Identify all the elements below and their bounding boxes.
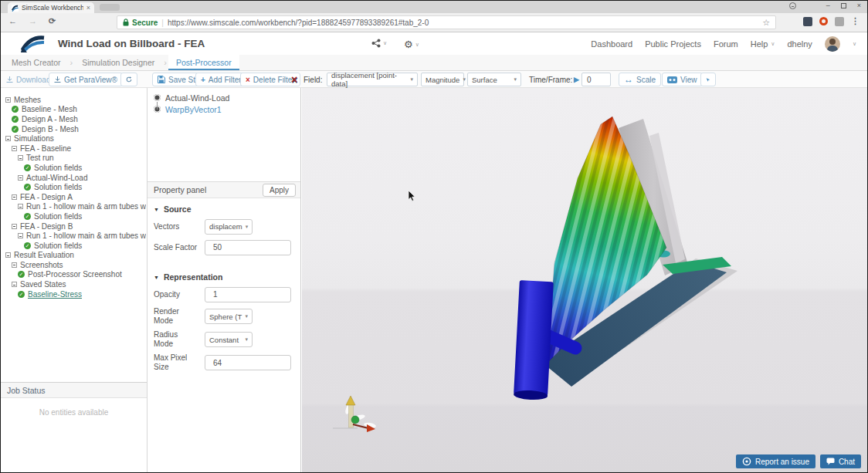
- pipeline-item-label[interactable]: WarpByVector1: [165, 105, 222, 114]
- forward-icon[interactable]: →: [29, 16, 37, 25]
- browser-menu-icon[interactable]: ⋮: [851, 16, 860, 26]
- new-tab-button[interactable]: [100, 4, 120, 11]
- tree-item-label[interactable]: Design B - Mesh: [22, 125, 79, 133]
- extension-icon-3[interactable]: [835, 17, 844, 26]
- tree-item[interactable]: Screenshots: [1, 260, 146, 270]
- tree-item-label[interactable]: Design A - Mesh: [22, 115, 78, 123]
- tab-simulation-designer[interactable]: Simulation Designer: [74, 55, 162, 70]
- delete-all-filters-icon[interactable]: ×: [291, 73, 297, 86]
- tab-close-icon[interactable]: ×: [86, 4, 90, 12]
- pointer-tool-button[interactable]: [700, 73, 716, 86]
- check-icon[interactable]: ✓: [18, 291, 25, 298]
- scale-button[interactable]: ↔ Scale: [619, 73, 661, 86]
- collapse-icon[interactable]: [5, 252, 11, 258]
- tree-item[interactable]: FEA - Design A: [1, 192, 146, 202]
- get-paraview-button[interactable]: Get ParaView®: [49, 73, 123, 86]
- nav-forum[interactable]: Forum: [714, 39, 738, 49]
- tree-item-label[interactable]: Test run: [26, 154, 54, 162]
- representation-select[interactable]: Surface▾: [467, 73, 521, 86]
- check-icon[interactable]: ✓: [12, 126, 19, 133]
- check-icon[interactable]: ✓: [24, 164, 31, 171]
- tree-item[interactable]: FEA - Design B: [1, 221, 146, 231]
- section-header-representation[interactable]: ▼Representation: [154, 272, 294, 282]
- tree-item[interactable]: ✓Solution fields: [1, 211, 146, 221]
- tree-item[interactable]: Test run: [1, 154, 146, 164]
- tab-post-processor[interactable]: Post-Processor: [168, 55, 239, 70]
- nav-username[interactable]: dhelny: [787, 39, 812, 49]
- view-button[interactable]: View: [662, 73, 703, 86]
- share-button[interactable]: ∨: [371, 39, 387, 48]
- nav-dashboard[interactable]: Dashboard: [591, 39, 632, 49]
- collapse-icon[interactable]: [12, 282, 17, 287]
- collapse-icon[interactable]: [18, 155, 23, 160]
- tree-item-label[interactable]: Baseline-Stress: [28, 290, 82, 299]
- tree-item[interactable]: ✓Design A - Mesh: [1, 114, 146, 124]
- tree-item-label[interactable]: Result Evaluation: [14, 251, 74, 259]
- check-icon[interactable]: ✓: [18, 271, 25, 278]
- extension-icon-1[interactable]: [803, 17, 812, 26]
- check-icon[interactable]: ✓: [12, 116, 19, 123]
- tree-item[interactable]: ✓Baseline-Stress: [1, 289, 146, 299]
- tree-item-label[interactable]: Meshes: [14, 96, 41, 104]
- collapse-icon[interactable]: [18, 233, 23, 238]
- collapse-icon[interactable]: [18, 175, 23, 181]
- close-button[interactable]: ×: [857, 2, 861, 9]
- tree-item[interactable]: FEA - Baseline: [1, 144, 146, 154]
- tree-item-label[interactable]: FEA - Baseline: [20, 144, 71, 153]
- tree-item[interactable]: ✓Solution fields: [1, 241, 146, 251]
- play-icon[interactable]: ▶: [574, 73, 579, 86]
- extension-icon-2[interactable]: [819, 17, 828, 25]
- reload-icon[interactable]: ⟳: [49, 16, 56, 26]
- tree-item[interactable]: ✓Post-Processor Screenshot: [1, 270, 146, 280]
- tree-item-label[interactable]: Solution fields: [34, 183, 82, 191]
- tree-item-label[interactable]: Post-Processor Screenshot: [28, 270, 122, 279]
- tree-item[interactable]: Actual-Wind-Load: [1, 173, 146, 183]
- tree-item[interactable]: ✓Solution fields: [1, 182, 146, 192]
- avatar[interactable]: [825, 36, 840, 52]
- render-mode-select[interactable]: Sphere (T▾: [205, 309, 253, 324]
- scale-factor-input[interactable]: 50: [205, 240, 291, 255]
- vectors-select[interactable]: displacem▾: [205, 219, 253, 235]
- tree-item[interactable]: Meshes: [1, 95, 146, 105]
- collapse-icon[interactable]: [5, 97, 11, 103]
- secure-badge[interactable]: Secure: [123, 19, 158, 27]
- collapse-icon[interactable]: [12, 146, 17, 151]
- collapse-icon[interactable]: [18, 204, 23, 209]
- render-viewport[interactable]: Report an issue Chat: [302, 88, 867, 472]
- minimize-button[interactable]: –: [826, 2, 830, 9]
- opacity-input[interactable]: 1: [205, 287, 291, 302]
- tree-item[interactable]: Saved States: [1, 279, 146, 289]
- radius-mode-select[interactable]: Constant▾: [205, 332, 253, 347]
- apply-button[interactable]: Apply: [263, 184, 296, 197]
- tree-item-label[interactable]: Run 1 - hollow main & arm tubes w/ 80mm …: [26, 231, 146, 240]
- tree-item-label[interactable]: FEA - Design B: [20, 222, 73, 231]
- chat-button[interactable]: Chat: [820, 454, 861, 468]
- restore-button[interactable]: [841, 3, 846, 8]
- collapse-icon[interactable]: [12, 194, 17, 200]
- collapse-icon[interactable]: [12, 262, 17, 268]
- tree-item-label[interactable]: Actual-Wind-Load: [26, 174, 87, 182]
- chrome-profile-icon[interactable]: [789, 2, 796, 9]
- field-select[interactable]: displacement [point-data]▾: [327, 73, 418, 86]
- nav-public-projects[interactable]: Public Projects: [645, 39, 701, 49]
- tree-item[interactable]: ✓Solution fields: [1, 163, 146, 173]
- tree-item[interactable]: Run 1 - hollow main & arm tubes w/ 80mm …: [1, 231, 146, 241]
- check-icon[interactable]: ✓: [24, 242, 31, 249]
- time-frame-input[interactable]: 0: [581, 73, 611, 86]
- check-icon[interactable]: ✓: [12, 106, 19, 113]
- pipeline-node-icon[interactable]: [154, 94, 161, 101]
- check-icon[interactable]: ✓: [24, 184, 31, 191]
- pipeline-item-label[interactable]: Actual-Wind-Load: [165, 93, 229, 103]
- tree-item-label[interactable]: Baseline - Mesh: [22, 105, 77, 113]
- check-icon[interactable]: ✓: [24, 213, 31, 220]
- pipeline-item[interactable]: WarpByVector1: [147, 103, 300, 115]
- tree-item[interactable]: Run 1 - hollow main & arm tubes w/ 80mm …: [1, 202, 146, 212]
- collapse-icon[interactable]: [12, 224, 17, 229]
- url-field[interactable]: Secure | https://www.simscale.com/workbe…: [117, 15, 776, 29]
- pipeline-item[interactable]: Actual-Wind-Load: [147, 92, 300, 103]
- back-icon[interactable]: ←: [8, 16, 17, 25]
- download-button[interactable]: Download: [6, 73, 50, 86]
- add-filter-button[interactable]: + Add Filter: [195, 73, 247, 86]
- tree-item[interactable]: ✓Baseline - Mesh: [1, 105, 146, 115]
- tree-item-label[interactable]: Solution fields: [34, 242, 82, 250]
